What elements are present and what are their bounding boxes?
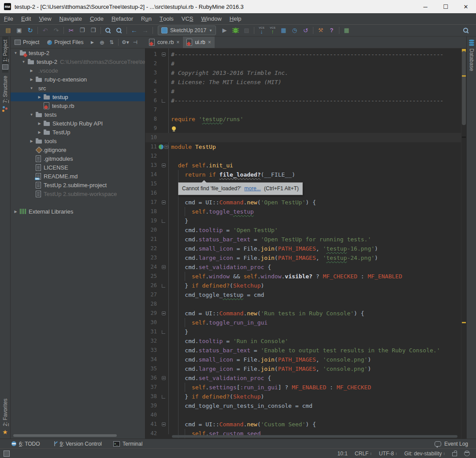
stripe-tab-database[interactable]: Database xyxy=(469,37,475,74)
code-line-36[interactable]: 36 cmd.set_validation_proc { xyxy=(145,373,461,383)
warning-stripe-mark[interactable] xyxy=(462,322,466,323)
fold-marker-icon[interactable] xyxy=(164,145,168,149)
chevron-collapsed-icon[interactable]: ▶ xyxy=(29,69,34,73)
toolwindow-button-terminal[interactable]: >_Terminal xyxy=(113,441,142,447)
paste-icon[interactable]: ❒ xyxy=(88,25,99,36)
toolwindow-button-control[interactable]: 9: Version Control xyxy=(52,441,102,447)
code-line-11[interactable]: 11module TestUp xyxy=(145,142,461,151)
fold-marker-icon[interactable] xyxy=(162,200,166,204)
tree-row-testup-2-sublime-workspace[interactable]: TestUp 2.sublime-workspace xyxy=(11,189,145,198)
menu-window[interactable]: Window xyxy=(197,13,226,24)
code-line-1[interactable]: 1#--------------------------------------… xyxy=(145,50,461,59)
tree-row-testup[interactable]: ▶TestUp xyxy=(11,128,145,137)
chevron-collapsed-icon[interactable]: ▶ xyxy=(37,130,42,134)
menu-run[interactable]: Run xyxy=(137,13,156,24)
close-tab-icon[interactable]: × xyxy=(208,39,211,45)
toolwindow-button-todo[interactable]: 6: TODO xyxy=(11,441,40,447)
tree-row-testup-2-sublime-project[interactable]: TestUp 2.sublime-project xyxy=(11,181,145,189)
tree-row-external-libraries[interactable]: ▶External Libraries xyxy=(11,207,145,216)
tree-row-testup-2[interactable]: ▼testup-2 xyxy=(11,48,145,57)
tree-row-license[interactable]: LICENSE xyxy=(11,163,145,172)
menu-help[interactable]: Help xyxy=(226,13,245,24)
redo-icon[interactable]: ↷ xyxy=(51,25,62,36)
code-line-6[interactable]: 6#--------------------------------------… xyxy=(145,96,461,105)
settings-icon[interactable]: ⚒ xyxy=(315,25,326,36)
tooltip-more-link[interactable]: more... xyxy=(244,185,260,192)
chevron-expanded-icon[interactable]: ▼ xyxy=(21,60,26,64)
menu-tools[interactable]: Tools xyxy=(156,13,178,24)
menu-vcs[interactable]: VCS xyxy=(178,13,197,24)
tree-row-tools[interactable]: ▶tools xyxy=(11,137,145,145)
fold-end-marker-icon[interactable] xyxy=(162,330,165,334)
code-line-19[interactable]: 19 } xyxy=(145,216,461,225)
stripe-tab-favorites[interactable]: 2: Favorites★ xyxy=(2,395,8,439)
editor-tab-ui.rb[interactable]: ui.rb× xyxy=(183,37,214,48)
tree-row-testup-rb[interactable]: testup.rb xyxy=(11,101,145,110)
fold-marker-icon[interactable] xyxy=(162,311,166,315)
cut-icon[interactable]: ✂ xyxy=(66,25,77,36)
tree-row-testup-2[interactable]: ▼testup-2C:\Users\tthomas2\SourceTree\te… xyxy=(11,57,145,66)
panel-tab-project[interactable]: Project xyxy=(11,37,43,48)
tree-row--gitmodules[interactable]: .gitmodules xyxy=(11,154,145,163)
chevron-expanded-icon[interactable]: ▼ xyxy=(29,86,34,90)
project-horizontal-scrollbar[interactable] xyxy=(13,434,117,437)
code-line-4[interactable]: 4# License: The MIT License (MIT) xyxy=(145,78,461,87)
chevron-expanded-icon[interactable]: ▼ xyxy=(13,51,18,55)
fold-marker-icon[interactable] xyxy=(162,376,166,380)
code-line-10[interactable]: 10 xyxy=(145,133,461,142)
tool-window-quick-access-icon[interactable] xyxy=(4,451,10,457)
run-icon[interactable]: ▶ xyxy=(219,25,230,36)
menu-code[interactable]: Code xyxy=(86,13,108,24)
code-line-26[interactable]: 26 } if defined?(Sketchup) xyxy=(145,281,461,290)
editor-vertical-scrollbar[interactable] xyxy=(462,51,466,125)
code-line-30[interactable]: 30 self.toggle_run_in_gui xyxy=(145,318,461,327)
code-line-12[interactable]: 12 xyxy=(145,151,461,161)
code-line-29[interactable]: 29 cmd = UI::Command.new('Run tests in R… xyxy=(145,309,461,318)
undo-icon[interactable]: ↶ xyxy=(40,25,51,36)
tree-row-ruby-c-extension[interactable]: ▶ruby-c-extension xyxy=(11,75,145,84)
run-configuration-combo[interactable]: SketchUp 2017▼ xyxy=(158,26,216,35)
chevron-collapsed-icon[interactable]: ▶ xyxy=(29,139,34,143)
minimize-button[interactable]: ─ xyxy=(415,0,435,13)
code-line-3[interactable]: 3# Copyright 2013-2016 Trimble Inc. xyxy=(145,68,461,78)
find-icon[interactable] xyxy=(103,25,114,36)
scroll-from-source-icon[interactable]: ⊕ xyxy=(97,37,107,48)
menu-edit[interactable]: Edit xyxy=(17,13,35,24)
fold-end-marker-icon[interactable] xyxy=(162,99,165,103)
code-line-35[interactable]: 35 cmd.large_icon = File.join(PATH_IMAGE… xyxy=(145,364,461,373)
tree-row--vscode[interactable]: ▶.vscode xyxy=(11,66,145,75)
fold-end-marker-icon[interactable] xyxy=(162,395,165,399)
code-line-8[interactable]: 8require 'testup/runs' xyxy=(145,114,461,124)
caret-position[interactable]: 10:1 xyxy=(337,451,347,457)
code-line-13[interactable]: 13 def self.init_ui xyxy=(145,161,461,170)
code-line-17[interactable]: 17 cmd = UI::Command.new('Open TestUp') … xyxy=(145,198,461,207)
intention-bulb-icon[interactable] xyxy=(172,126,176,130)
coverage-icon[interactable]: ▨ xyxy=(241,25,252,36)
debug-icon[interactable] xyxy=(230,25,241,36)
forward-icon[interactable]: → xyxy=(140,25,151,36)
tree-row-readme-md[interactable]: README.md xyxy=(11,172,145,181)
install-plugin-icon[interactable]: ▦ xyxy=(341,25,352,36)
replace-icon[interactable] xyxy=(114,25,125,36)
warning-stripe-mark[interactable] xyxy=(462,75,466,77)
collapse-all-icon[interactable]: ⇅ xyxy=(107,37,116,48)
vcs-commit-icon[interactable]: VCS↑ xyxy=(267,25,278,36)
chevron-expanded-icon[interactable]: ▼ xyxy=(29,113,34,117)
code-line-21[interactable]: 21 cmd.status_bar_text = 'Open TestUp fo… xyxy=(145,235,461,244)
history-icon[interactable]: ◷ xyxy=(289,25,300,36)
encoding-widget[interactable]: UTF-8↕ xyxy=(379,451,398,457)
code-line-23[interactable]: 23 cmd.large_icon = File.join(PATH_IMAGE… xyxy=(145,253,461,262)
editor-tab-core.rb[interactable]: core.rb× xyxy=(145,37,183,48)
event-log-button[interactable]: Event Log xyxy=(435,441,468,447)
gear-icon[interactable]: ⚙▾ xyxy=(120,37,130,48)
panel-tab-project-files[interactable]: Project Files xyxy=(43,37,87,48)
fold-marker-icon[interactable] xyxy=(162,52,166,56)
fold-marker-icon[interactable] xyxy=(162,265,166,269)
code-line-5[interactable]: 5# xyxy=(145,87,461,96)
stripe-tab-structure[interactable]: 7: Structure xyxy=(2,73,8,115)
show-changes-icon[interactable]: ▦ xyxy=(278,25,289,36)
tree-row-testup[interactable]: ▶testup xyxy=(11,92,145,101)
code-line-22[interactable]: 22 cmd.small_icon = File.join(PATH_IMAGE… xyxy=(145,244,461,253)
code-line-20[interactable]: 20 cmd.tooltip = 'Open TestUp' xyxy=(145,225,461,235)
menu-refactor[interactable]: Refactor xyxy=(108,13,137,24)
